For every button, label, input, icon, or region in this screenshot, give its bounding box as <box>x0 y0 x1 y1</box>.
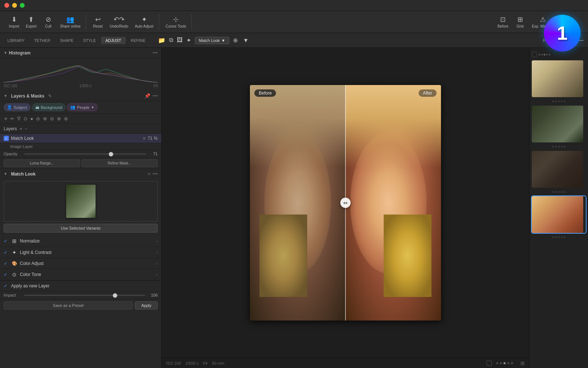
thumb-image-1 <box>532 60 583 97</box>
refine-mask-button[interactable]: Refine Mask... <box>82 159 158 167</box>
apply-button[interactable]: Apply <box>135 301 158 309</box>
normalize-row[interactable]: ✓ ⊞ Normalize › <box>0 236 161 247</box>
match-look-chevron: ▼ <box>4 172 7 176</box>
import-button[interactable]: ⬇ Import <box>6 14 22 30</box>
use-variants-button[interactable]: Use Selected Variants <box>4 224 158 233</box>
undoredo-icon: ↶↷ <box>114 15 125 24</box>
export-button[interactable]: ⬆ Export <box>23 14 39 30</box>
mask-chip-subject[interactable]: 👤 Subject <box>4 103 31 111</box>
before-button[interactable]: ⊡ Before <box>495 14 511 30</box>
mask-chip-background[interactable]: 🏔 Background <box>32 103 66 111</box>
add-layer-button[interactable]: ＋ <box>18 125 24 132</box>
undoredo-button[interactable]: ↶↷ Undo/Redo <box>107 14 131 30</box>
impact-slider[interactable] <box>24 295 145 296</box>
t-dot-3 <box>558 191 560 193</box>
remove-layer-button[interactable]: － <box>24 125 29 132</box>
thumbnail-3[interactable] <box>532 151 586 188</box>
minimize-button[interactable] <box>12 3 17 8</box>
mask-chip-people[interactable]: 👥 People ▼ <box>67 103 97 111</box>
thumbnail-4[interactable] <box>532 196 586 233</box>
tab-shape[interactable]: SHAPE <box>55 37 78 44</box>
match-look-dropdown[interactable]: Match Look ▼ <box>195 37 229 44</box>
color-adjust-row[interactable]: ✓ 🎨 Color Adjust › <box>0 258 161 269</box>
reset-button[interactable]: ↩ Reset <box>90 14 106 30</box>
match-look-section-header[interactable]: ▼ Match Look ≡ ••• <box>0 169 161 179</box>
expand-icon[interactable]: ⊛ <box>63 115 69 122</box>
adjust2-icon[interactable]: ✦ <box>185 35 193 45</box>
subtract-icon[interactable]: ⊖ <box>49 115 55 122</box>
brush-icon[interactable]: ✏ <box>10 115 15 122</box>
match-look-thumbnail[interactable] <box>66 185 96 218</box>
circle-icon[interactable]: ● <box>30 115 34 122</box>
photo-icon[interactable]: 🖼 <box>175 35 184 45</box>
light-contrast-chevron: › <box>156 250 158 255</box>
histogram-more-icon[interactable]: ••• <box>153 50 158 56</box>
luma-range-button[interactable]: Luma Range... <box>4 159 80 167</box>
t-dot-3 <box>558 100 560 102</box>
split-knob[interactable]: ⇔ <box>340 198 351 208</box>
share-button[interactable]: 👥 Share online <box>57 14 83 30</box>
gradient-icon[interactable]: ∇ <box>17 115 21 122</box>
light-contrast-icon: ✦ <box>11 250 18 255</box>
thumb-checkbox-1[interactable] <box>532 52 537 57</box>
tab-tether[interactable]: TETHER <box>30 37 55 44</box>
layer-row[interactable]: ✓ Match Look ≡ 71 % <box>0 134 161 143</box>
thumbnail-2[interactable] <box>532 106 586 142</box>
intersect-icon[interactable]: ⊗ <box>56 115 62 122</box>
tab-library[interactable]: LIBRARY <box>3 37 29 44</box>
opacity-label: Opacity <box>4 152 22 156</box>
pin-icon[interactable]: 📌 <box>144 93 150 99</box>
main-layout: ▼ Histogram ••• ISO 100 1/500 <box>0 48 588 368</box>
layers-masks-header[interactable]: ▼ Layers & Masks ✎ 📌 ••• <box>0 91 161 101</box>
layer-options-icon[interactable]: ≡ <box>143 136 146 141</box>
histogram-section: ISO 100 1/500 s f/4 <box>0 58 161 91</box>
thumb-image-2 <box>532 106 583 142</box>
color-tone-chevron: › <box>156 272 158 277</box>
status-aperture: f/4 <box>203 361 207 365</box>
layers-more-icon[interactable]: ••• <box>153 93 158 99</box>
opacity-value: 71 <box>148 152 158 156</box>
histogram-header[interactable]: ▼ Histogram ••• <box>0 48 161 58</box>
cull-button[interactable]: ⊘ Cull <box>40 14 56 30</box>
save-preset-button[interactable]: Save as a Preset <box>4 301 133 309</box>
people-chevron: ▼ <box>91 106 94 109</box>
normalize-check: ✓ <box>4 238 9 244</box>
fullscreen-button[interactable] <box>20 3 25 8</box>
lasso-icon[interactable]: ⊙ <box>23 115 28 122</box>
auto-adjust-button[interactable]: ✦ Auto Adjust <box>132 14 157 30</box>
match-look-more-icon[interactable]: ••• <box>153 171 158 177</box>
status-dots <box>496 362 513 364</box>
color-tone-row[interactable]: ✓ ⊙ Color Tone › <box>0 269 161 280</box>
hair-before <box>250 85 345 167</box>
layers2-icon[interactable]: ⧉ <box>168 35 175 45</box>
people-icon: 👥 <box>70 105 75 110</box>
eraser-icon[interactable]: ⊘ <box>35 115 41 122</box>
t-dot-1 <box>552 236 554 238</box>
thumbnail-1[interactable] <box>532 60 586 97</box>
layer-name: Match Look <box>11 136 141 141</box>
color-adjust-chevron: › <box>156 261 158 266</box>
apply-new-layer-check: ✓ <box>4 283 9 289</box>
tab-style[interactable]: STYLE <box>79 37 100 44</box>
nav-dot <box>549 54 551 56</box>
cursor-tools-button[interactable]: ⊹ Cursor Tools <box>163 14 189 30</box>
grid-button[interactable]: ⊞ Grid <box>512 14 528 30</box>
impact-row: Impact 106 <box>0 291 161 299</box>
dot-2 <box>500 362 502 364</box>
light-contrast-row[interactable]: ✓ ✦ Light & Contrast › <box>0 247 161 258</box>
fill-icon[interactable]: ⊕ <box>42 115 48 122</box>
expand-icon[interactable]: ⊞ <box>520 360 525 366</box>
thumb-image-4 <box>532 196 583 233</box>
folder-icon[interactable]: 📁 <box>157 35 167 45</box>
match-look-list-icon[interactable]: ≡ <box>148 171 151 177</box>
add-variant-icon[interactable]: ⊕ <box>232 35 239 45</box>
tab-adjust[interactable]: ADJUST <box>101 37 126 44</box>
layer-checkbox[interactable]: ✓ <box>4 136 9 141</box>
edit-icon[interactable]: ✎ <box>48 93 52 99</box>
settings-icon[interactable]: ▼ <box>241 36 250 45</box>
tab-refine[interactable]: REFINE <box>126 37 150 44</box>
nav-toolbar: LIBRARY TETHER SHAPE STYLE ADJUST REFINE… <box>0 33 588 48</box>
close-button[interactable] <box>4 3 9 8</box>
opacity-slider[interactable] <box>24 153 146 155</box>
histogram-actions: ••• <box>153 50 158 56</box>
